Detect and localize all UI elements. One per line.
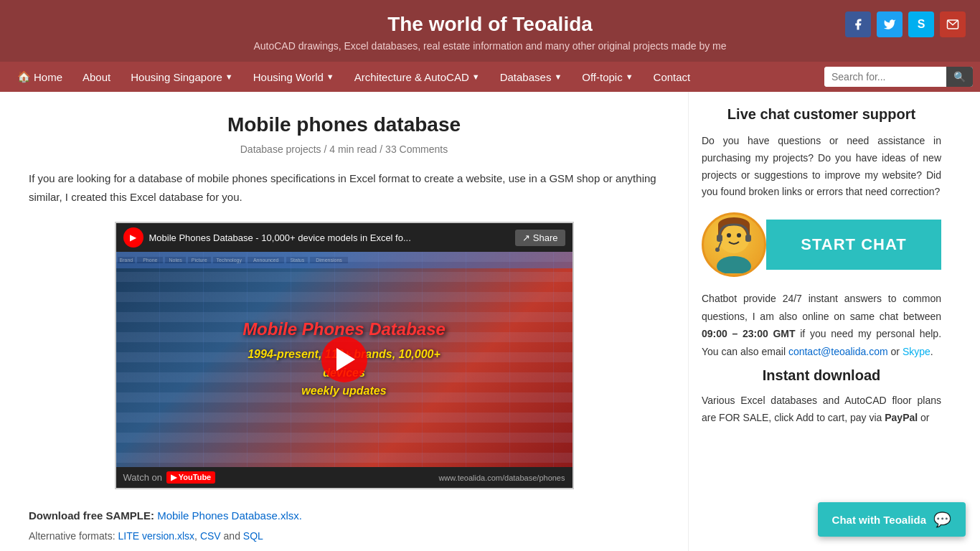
alt-formats: Alternative formats: LITE version.xlsx, …	[29, 528, 659, 545]
download-link[interactable]: Mobile Phones Database.xlsx.	[157, 509, 302, 522]
article-read-time: 4 min read	[329, 143, 377, 155]
avatar-svg	[705, 216, 763, 273]
start-chat-button[interactable]: START CHAT	[766, 220, 941, 270]
site-subtitle: AutoCAD drawings, Excel databases, real …	[7, 40, 973, 52]
video-play-button[interactable]	[321, 336, 367, 382]
nav-items: 🏠 Home About Housing Singapore ▼ Housing…	[7, 62, 824, 92]
skype-link[interactable]: Skype	[903, 346, 930, 357]
main-nav: 🏠 Home About Housing Singapore ▼ Housing…	[0, 62, 980, 92]
video-bottom-bar: Watch on ▶ YouTube www.teoalida.com/data…	[116, 467, 573, 488]
sidebar: Live chat customer support Do you have q…	[689, 92, 954, 551]
youtube-logo: ▶	[123, 227, 143, 248]
share-button[interactable]: ↗ Share	[515, 230, 565, 246]
offtopic-dropdown-icon: ▼	[626, 72, 633, 81]
nav-housing-world[interactable]: Housing World ▼	[243, 62, 344, 92]
nav-databases[interactable]: Databases ▼	[490, 62, 573, 92]
nav-about[interactable]: About	[72, 62, 121, 92]
search-icon: 🔍	[953, 71, 966, 83]
chat-bottom-label: Chat with Teoalida	[832, 514, 926, 526]
live-chat-title: Live chat customer support	[702, 106, 941, 123]
alt-format-sql[interactable]: SQL	[243, 530, 263, 542]
svg-point-5	[727, 233, 731, 237]
nav-offtopic[interactable]: Off-topic ▼	[572, 62, 643, 92]
svg-point-9	[715, 248, 720, 252]
nav-contact[interactable]: Contact	[644, 62, 701, 92]
site-header: The world of Teoalida AutoCAD drawings, …	[0, 0, 980, 62]
support-hours: 09:00 – 23:00 GMT	[702, 328, 796, 339]
article-comments[interactable]: 33 Comments	[385, 143, 448, 155]
nav-home[interactable]: 🏠 Home	[7, 62, 72, 92]
video-embed[interactable]: ▶ Mobile Phones Database - 10,000+ devic…	[115, 222, 574, 489]
chat-widget: START CHAT	[702, 212, 941, 277]
search-input[interactable]	[824, 67, 946, 87]
instant-download-text: Various Excel databases and AutoCAD floo…	[702, 392, 941, 427]
svg-point-10	[717, 256, 751, 273]
support-avatar	[702, 212, 766, 277]
housing-singapore-dropdown-icon: ▼	[225, 72, 233, 81]
alt-format-lite[interactable]: LITE version.xlsx	[118, 530, 195, 542]
instant-download-title: Instant download	[702, 367, 941, 384]
architecture-dropdown-icon: ▼	[472, 72, 480, 81]
housing-world-dropdown-icon: ▼	[326, 72, 334, 81]
video-url: www.teoalida.com/database/phones	[438, 474, 565, 482]
search-form: 🔍	[824, 67, 973, 87]
video-title: Mobile Phones Database - 10,000+ device …	[149, 232, 510, 243]
facebook-icon[interactable]	[845, 11, 871, 37]
alt-format-csv[interactable]: CSV	[200, 530, 221, 542]
nav-housing-singapore[interactable]: Housing Singapore ▼	[121, 62, 242, 92]
article-meta: Database projects / 4 min read / 33 Comm…	[29, 143, 659, 155]
article-intro: If you are looking for a database of mob…	[29, 169, 659, 206]
chat-bubble-icon: 💬	[933, 511, 951, 528]
support-text: Chatbot provide 24/7 instant answers to …	[702, 290, 941, 360]
article-category[interactable]: Database projects	[240, 143, 321, 155]
skype-icon[interactable]: S	[908, 11, 934, 37]
alt-formats-label: Alternative formats:	[29, 530, 116, 542]
site-title: The world of Teoalida	[7, 13, 973, 36]
svg-point-4	[721, 225, 747, 250]
databases-dropdown-icon: ▼	[554, 72, 562, 81]
home-icon: 🏠	[17, 70, 31, 83]
live-chat-intro: Do you have questions or need assistance…	[702, 133, 941, 201]
svg-rect-7	[717, 235, 722, 242]
download-section: Download free SAMPLE: Mobile Phones Data…	[29, 507, 659, 545]
paypal-label: PayPal	[885, 412, 918, 423]
download-label: Download free SAMPLE:	[29, 509, 154, 522]
watch-on-youtube[interactable]: Watch on ▶ YouTube	[123, 471, 216, 484]
nav-architecture-autocad[interactable]: Architecture & AutoCAD ▼	[344, 62, 490, 92]
email-icon[interactable]	[940, 11, 966, 37]
main-content: Mobile phones database Database projects…	[0, 92, 689, 551]
svg-rect-8	[745, 235, 751, 242]
chat-bottom-button[interactable]: Chat with Teoalida 💬	[818, 502, 966, 537]
search-button[interactable]: 🔍	[946, 67, 973, 87]
article-title: Mobile phones database	[29, 113, 659, 136]
support-email-link[interactable]: contact@teoalida.com	[788, 346, 888, 357]
twitter-icon[interactable]	[877, 11, 903, 37]
svg-point-6	[737, 233, 741, 237]
video-thumbnail[interactable]: Brand Phone Notes Picture Technology Ann…	[116, 252, 573, 467]
social-icons: S	[845, 11, 966, 37]
